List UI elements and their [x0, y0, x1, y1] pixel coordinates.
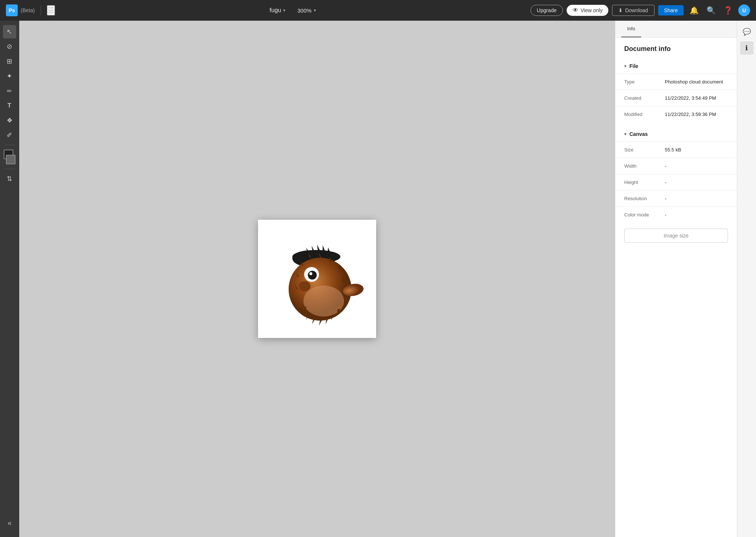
eye-icon: 👁 — [573, 7, 578, 14]
zoom-level: 300% — [297, 7, 311, 14]
viewonly-button[interactable]: 👁 View only — [567, 5, 609, 16]
menu-button[interactable]: ☰ — [47, 5, 55, 16]
bell-icon: 🔔 — [690, 6, 699, 15]
topbar-divider — [41, 5, 41, 16]
collapse-toolbar-button[interactable]: « — [3, 516, 16, 530]
svg-point-12 — [299, 281, 310, 291]
info-button[interactable]: ℹ — [740, 41, 753, 55]
text-tool-button[interactable]: T — [3, 99, 16, 112]
puffer-image — [265, 227, 369, 331]
select-tool-button[interactable]: ↖ — [3, 25, 16, 38]
pen-icon: ✏ — [7, 88, 12, 95]
collapse-icon: « — [8, 519, 11, 527]
colormode-row: Color mode - — [615, 206, 737, 223]
width-value: - — [665, 163, 666, 169]
main-layout: ↖ ⊘ ⊞ ✦ ✏ T ❖ ✐ ⇅ — [0, 21, 756, 537]
panel-tabs: Info — [615, 21, 737, 38]
topbar-actions: Upgrade 👁 View only ⬇ Download Share 🔔 🔍… — [530, 4, 750, 17]
image-size-button[interactable]: Image size — [624, 229, 728, 243]
type-row: Type Photoshop cloud document — [615, 73, 737, 90]
eyedropper-tool-button[interactable]: ✐ — [3, 129, 16, 142]
transform-tool-button[interactable]: ⊞ — [3, 55, 16, 68]
shape-tool-button[interactable]: ❖ — [3, 114, 16, 127]
healing-tool-button[interactable]: ✦ — [3, 69, 16, 83]
download-label: Download — [625, 7, 648, 13]
canvas-area — [19, 21, 615, 537]
zoom-control[interactable]: 300% ▾ — [297, 7, 316, 14]
modified-value: 11/22/2022, 3:59:36 PM — [665, 112, 716, 117]
svg-marker-25 — [319, 320, 322, 326]
search-icon: 🔍 — [707, 6, 716, 15]
file-section-title: File — [629, 63, 638, 69]
file-chevron-icon: ▾ — [624, 64, 626, 69]
left-toolbar: ↖ ⊘ ⊞ ✦ ✏ T ❖ ✐ ⇅ — [0, 21, 19, 537]
background-color-swatch[interactable] — [6, 155, 16, 164]
app-logo: Ps (Beta) — [6, 4, 35, 16]
resolution-value: - — [665, 196, 666, 201]
filename-label: fugu — [269, 7, 281, 14]
comment-icon: 💬 — [743, 28, 751, 36]
created-label: Created — [624, 95, 665, 101]
toolbar-separator — [4, 145, 15, 145]
topbar: Ps (Beta) ☰ fugu ▾ 300% ▾ Upgrade 👁 View… — [0, 0, 756, 21]
help-icon: ❓ — [724, 6, 733, 15]
swap-tool-button[interactable]: ⇅ — [3, 172, 16, 185]
share-button[interactable]: Share — [658, 5, 684, 16]
resolution-label: Resolution — [624, 196, 665, 201]
search-button[interactable]: 🔍 — [704, 4, 718, 17]
brush-tool-button[interactable]: ⊘ — [3, 40, 16, 53]
modified-label: Modified — [624, 112, 665, 117]
size-value: 55.5 kB — [665, 147, 681, 153]
panel-content: Document info ▾ File Type Photoshop clou… — [615, 38, 737, 537]
colormode-value: - — [665, 212, 666, 218]
type-label: Type — [624, 79, 665, 85]
filename-button[interactable]: fugu ▾ — [269, 7, 285, 14]
pen-tool-button[interactable]: ✏ — [3, 84, 16, 98]
text-icon: T — [8, 102, 11, 109]
filename-chevron-icon: ▾ — [283, 8, 285, 13]
modified-row: Modified 11/22/2022, 3:59:36 PM — [615, 106, 737, 122]
eyedropper-icon: ✐ — [7, 131, 12, 139]
select-tool-icon: ↖ — [7, 28, 12, 36]
info-icon: ℹ — [745, 44, 748, 52]
document-info-title: Document info — [615, 38, 737, 59]
upgrade-button[interactable]: Upgrade — [530, 5, 563, 16]
height-label: Height — [624, 179, 665, 185]
right-panel: Info Document info ▾ File Type Photoshop… — [615, 21, 737, 537]
svg-point-11 — [309, 272, 312, 275]
notifications-button[interactable]: 🔔 — [687, 4, 701, 17]
width-label: Width — [624, 163, 665, 169]
tab-info[interactable]: Info — [621, 21, 641, 37]
file-section-header[interactable]: ▾ File — [615, 59, 737, 73]
height-value: - — [665, 179, 666, 185]
type-value: Photoshop cloud document — [665, 79, 723, 85]
created-row: Created 11/22/2022, 3:54:49 PM — [615, 90, 737, 106]
user-avatar[interactable]: U — [738, 4, 750, 16]
lasso-icon: ⊘ — [7, 42, 12, 51]
toolbar-separator2 — [4, 169, 15, 169]
download-button[interactable]: ⬇ Download — [612, 5, 654, 16]
right-side-icons: 💬 ℹ — [737, 21, 756, 537]
shape-icon: ❖ — [7, 116, 13, 124]
colormode-label: Color mode — [624, 212, 665, 218]
tab-info-label: Info — [627, 26, 635, 31]
ps-logo-icon: Ps — [6, 4, 18, 16]
color-swatches[interactable] — [2, 150, 17, 164]
canvas-section-header[interactable]: ▾ Canvas — [615, 127, 737, 141]
comment-button[interactable]: 💬 — [740, 25, 753, 38]
svg-marker-5 — [323, 245, 325, 252]
size-label: Size — [624, 147, 665, 153]
viewonly-label: View only — [581, 7, 603, 13]
size-row: Size 55.5 kB — [615, 141, 737, 158]
zoom-chevron-icon: ▾ — [314, 8, 316, 13]
collapse-button[interactable]: « — [3, 516, 16, 530]
transform-icon: ⊞ — [7, 57, 12, 65]
beta-label: (Beta) — [21, 7, 35, 13]
download-icon: ⬇ — [618, 7, 623, 13]
help-button[interactable]: ❓ — [721, 4, 735, 17]
canvas-section-title: Canvas — [629, 131, 648, 137]
width-row: Width - — [615, 158, 737, 174]
canvas-content — [258, 220, 376, 338]
created-value: 11/22/2022, 3:54:49 PM — [665, 95, 716, 101]
resolution-row: Resolution - — [615, 190, 737, 206]
